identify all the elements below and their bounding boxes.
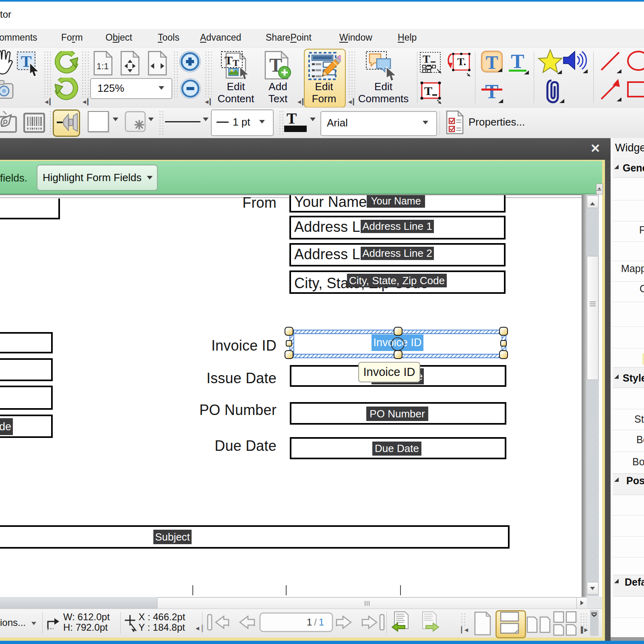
svg-text:T: T [486,52,498,73]
svg-text:T: T [485,80,498,103]
svg-text:T: T [424,84,432,97]
svg-text:T: T [225,54,233,67]
svg-text:1:1: 1:1 [97,61,109,71]
svg-text:T: T [233,58,239,68]
svg-text:T: T [423,53,430,65]
svg-text:T: T [511,50,524,72]
svg-text:T.: T. [457,56,466,68]
